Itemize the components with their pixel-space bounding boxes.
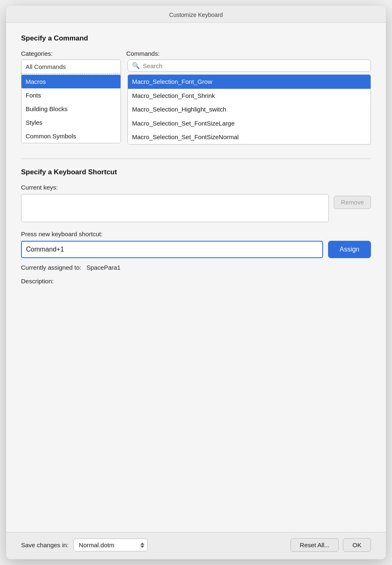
new-shortcut-label: Press new keyboard shortcut: <box>21 230 371 237</box>
specify-command-title: Specify a Command <box>21 34 371 43</box>
commands-label: Commands: <box>126 50 371 57</box>
category-divider <box>21 74 120 74</box>
category-item-building-blocks[interactable]: Building Blocks <box>21 102 120 116</box>
command-item-2[interactable]: Macro_Selection_Font_Shrink <box>128 89 371 103</box>
keyboard-shortcut-section: Specify a Keyboard Shortcut Current keys… <box>21 168 371 285</box>
save-changes-label: Save changes in: <box>21 541 68 548</box>
save-select[interactable]: Normal.dotm This Document <box>73 539 148 551</box>
save-select-wrapper: Normal.dotm This Document <box>73 539 148 551</box>
assign-button[interactable]: Assign <box>328 241 371 258</box>
reset-all-button[interactable]: Reset All... <box>290 538 339 552</box>
shortcut-input[interactable] <box>21 241 323 258</box>
categories-list: All Commands Macros Fonts Building Block… <box>21 59 121 143</box>
columns-content-row: All Commands Macros Fonts Building Block… <box>21 59 371 145</box>
category-item-common-symbols[interactable]: Common Symbols <box>21 129 120 143</box>
category-item-styles[interactable]: Styles <box>21 116 120 129</box>
currently-assigned-label: Currently assigned to: <box>21 264 81 271</box>
currently-assigned-value: SpacePara1 <box>86 264 120 271</box>
new-shortcut-row: Assign <box>21 241 371 258</box>
category-item-macros[interactable]: Macros <box>21 75 120 88</box>
category-item-fonts[interactable]: Fonts <box>21 88 120 102</box>
columns-label-row: Categories: Commands: <box>21 50 371 57</box>
footer-buttons: Reset All... OK <box>290 538 371 552</box>
title-bar: Customize Keyboard <box>6 6 386 23</box>
command-item-5[interactable]: Macro_Selection_Set_FontSizeNormal <box>128 130 371 144</box>
current-keys-field[interactable] <box>21 194 329 222</box>
specify-command-section: Specify a Command Categories: Commands: … <box>21 34 371 145</box>
current-keys-row: Remove <box>21 194 371 222</box>
current-keys-label: Current keys: <box>21 184 371 191</box>
category-item-all[interactable]: All Commands <box>21 60 120 73</box>
remove-button[interactable]: Remove <box>334 196 371 209</box>
currently-assigned: Currently assigned to: SpacePara1 <box>21 264 371 271</box>
section-divider <box>21 159 371 159</box>
ok-button[interactable]: OK <box>343 538 371 552</box>
dialog-body: Specify a Command Categories: Commands: … <box>6 23 386 532</box>
command-item-1[interactable]: Macro_Selection_Font_Grow <box>128 75 371 89</box>
search-input[interactable] <box>143 62 366 69</box>
dialog-title: Customize Keyboard <box>169 12 223 18</box>
search-icon: 🔍 <box>132 62 140 69</box>
description-label: Description: <box>21 278 371 285</box>
search-box: 🔍 <box>128 59 371 72</box>
commands-list: Macro_Selection_Font_Grow Macro_Selectio… <box>128 74 371 145</box>
categories-label: Categories: <box>21 50 126 57</box>
keyboard-shortcut-title: Specify a Keyboard Shortcut <box>21 168 371 176</box>
command-item-3[interactable]: Macro_Selection_Highlight_switch <box>128 102 371 116</box>
commands-panel: 🔍 Macro_Selection_Font_Grow Macro_Select… <box>128 59 371 145</box>
footer: Save changes in: Normal.dotm This Docume… <box>6 532 386 559</box>
command-item-4[interactable]: Macro_Selection_Set_FontSizeLarge <box>128 116 371 131</box>
customize-keyboard-dialog: Customize Keyboard Specify a Command Cat… <box>6 6 386 559</box>
